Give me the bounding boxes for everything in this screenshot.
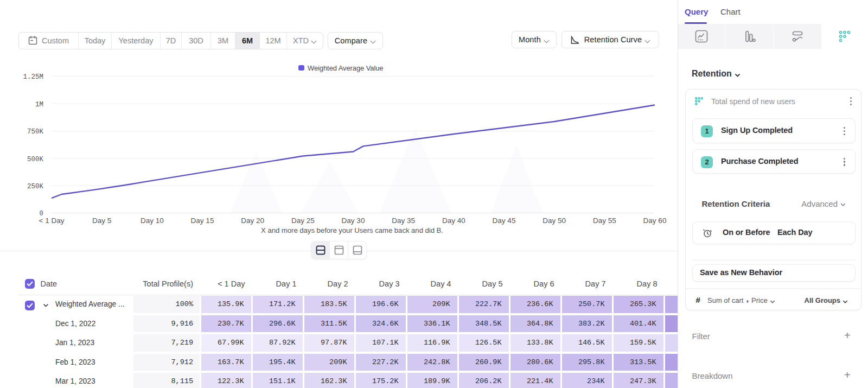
svg-text:250K: 250K: [27, 183, 44, 190]
svg-text:500K: 500K: [27, 156, 44, 163]
svg-text:750K: 750K: [27, 128, 44, 136]
svg-text:1M: 1M: [35, 101, 43, 109]
svg-text:1.25M: 1.25M: [23, 73, 43, 81]
